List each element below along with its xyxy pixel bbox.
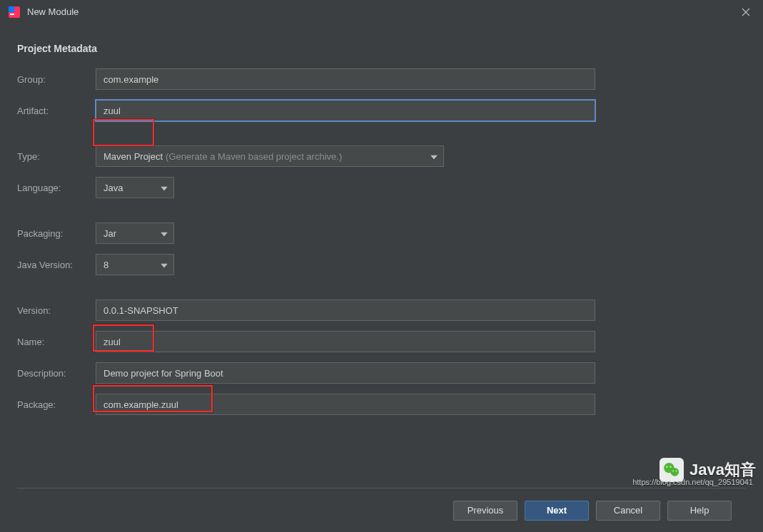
- language-label: Language:: [17, 183, 96, 193]
- help-button[interactable]: Help: [667, 501, 732, 521]
- type-hint: (Generate a Maven based project archive.…: [166, 151, 342, 162]
- dialog-footer: Previous Next Cancel Help: [17, 488, 746, 532]
- java-version-label: Java Version:: [17, 260, 96, 270]
- titlebar: New Module: [0, 0, 763, 24]
- svg-point-3: [664, 463, 674, 473]
- version-label: Version:: [17, 305, 96, 316]
- svg-point-6: [670, 466, 672, 468]
- window-title: New Module: [27, 6, 79, 17]
- previous-button[interactable]: Previous: [453, 501, 517, 521]
- watermark: Java知音: [660, 458, 756, 482]
- cancel-button[interactable]: Cancel: [596, 501, 660, 521]
- group-label: Group:: [17, 74, 96, 85]
- svg-point-5: [666, 466, 667, 468]
- java-version-value: 8: [103, 260, 108, 270]
- svg-point-8: [676, 471, 677, 472]
- name-input[interactable]: [96, 331, 595, 352]
- watermark-text: Java知音: [689, 459, 756, 481]
- package-label: Package:: [17, 399, 96, 410]
- dialog-content: Project Metadata Group: Artifact: Type: …: [0, 24, 763, 488]
- package-input[interactable]: [96, 394, 595, 415]
- next-button[interactable]: Next: [525, 501, 589, 521]
- packaging-select[interactable]: Jar: [96, 222, 174, 244]
- artifact-input[interactable]: [96, 100, 595, 121]
- svg-point-4: [671, 468, 679, 476]
- metadata-form: Group: Artifact: Type: Maven Project (Ge…: [17, 68, 746, 415]
- chevron-down-icon: [430, 151, 438, 162]
- language-select[interactable]: Java: [96, 177, 174, 198]
- type-label: Type:: [17, 151, 96, 162]
- chevron-down-icon: [161, 260, 168, 270]
- watermark-subtext: https://blog.csdn.net/qq_29519041: [632, 478, 753, 486]
- packaging-label: Packaging:: [17, 228, 96, 239]
- chevron-down-icon: [161, 228, 168, 239]
- chevron-down-icon: [161, 183, 168, 193]
- language-value: Java: [103, 183, 123, 193]
- description-input[interactable]: [96, 362, 595, 384]
- svg-point-7: [672, 471, 674, 472]
- close-icon: [742, 8, 750, 16]
- description-label: Description:: [17, 368, 96, 379]
- new-module-dialog: New Module Project Metadata Group: Artif…: [0, 0, 763, 532]
- svg-rect-1: [9, 6, 14, 12]
- type-value: Maven Project: [103, 151, 163, 162]
- wechat-icon: [660, 458, 684, 482]
- type-select[interactable]: Maven Project (Generate a Maven based pr…: [96, 145, 444, 167]
- java-version-select[interactable]: 8: [96, 254, 174, 275]
- name-label: Name:: [17, 337, 96, 347]
- artifact-label: Artifact:: [17, 106, 96, 116]
- section-title: Project Metadata: [17, 43, 746, 54]
- version-input[interactable]: [96, 300, 595, 321]
- close-button[interactable]: [737, 4, 754, 21]
- packaging-value: Jar: [103, 228, 116, 239]
- intellij-icon: [9, 6, 20, 18]
- group-input[interactable]: [96, 68, 595, 90]
- svg-rect-2: [10, 14, 14, 15]
